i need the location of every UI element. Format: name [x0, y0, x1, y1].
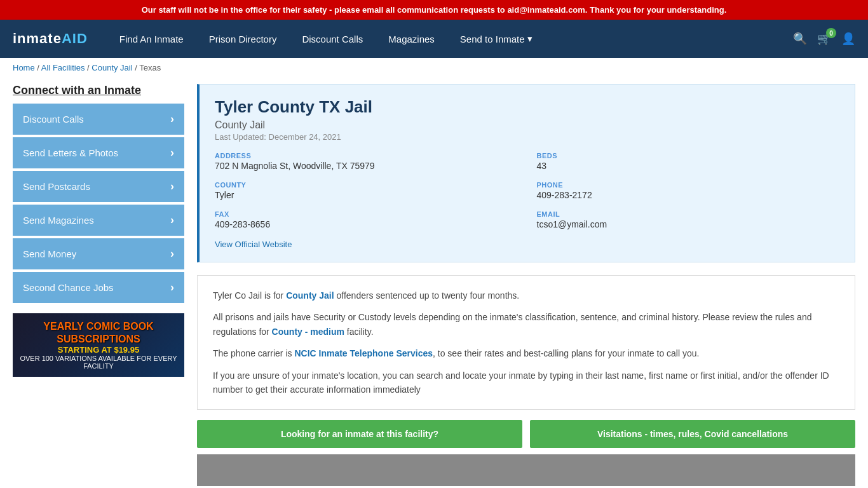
county-label: COUNTY: [215, 181, 518, 189]
desc-para-4: If you are unsure of your inmate's locat…: [213, 369, 839, 397]
phone-value: 409-283-2172: [537, 190, 840, 200]
visitation-btn[interactable]: Visitations - times, rules, Covid cancel…: [530, 420, 855, 448]
sidebar-send-letters[interactable]: Send Letters & Photos ›: [13, 137, 184, 168]
user-icon: 👤: [841, 32, 855, 46]
bottom-image-strip: [197, 454, 855, 486]
nav-magazines[interactable]: Magazines: [376, 20, 447, 58]
sidebar-ad[interactable]: YEARLY COMIC BOOKSUBSCRIPTIONS STARTING …: [13, 313, 184, 377]
chevron-right-icon: ›: [170, 214, 174, 227]
fax-value: 409-283-8656: [215, 219, 518, 229]
email-block: EMAIL tcso1@ymail.com: [537, 210, 840, 229]
sidebar: Connect with an Inmate Discount Calls › …: [13, 84, 184, 486]
chevron-right-icon: ›: [170, 247, 174, 261]
chevron-right-icon: ›: [170, 146, 174, 159]
chevron-right-icon: ›: [170, 180, 174, 193]
phone-label: PHONE: [537, 181, 840, 189]
alert-banner: Our staff will not be in the office for …: [0, 0, 868, 20]
find-inmate-btn[interactable]: Looking for an inmate at this facility?: [197, 420, 522, 448]
sidebar-ad-subtitle: OVER 100 VARIATIONS AVAILABLE FOR EVERY …: [13, 355, 184, 370]
sidebar-send-magazines[interactable]: Send Magazines ›: [13, 205, 184, 236]
header-icons: 🔍 🛒 0 👤: [793, 32, 855, 46]
cart-badge: 0: [826, 28, 836, 38]
sidebar-send-money-label: Send Money: [23, 248, 76, 259]
sidebar-second-chance-label: Second Chance Jobs: [23, 282, 114, 293]
desc-para-1: Tyler Co Jail is for County Jail offende…: [213, 288, 839, 302]
county-block: COUNTY Tyler: [215, 181, 518, 200]
email-value: tcso1@ymail.com: [537, 219, 840, 229]
desc-para-2: All prisons and jails have Security or C…: [213, 310, 839, 339]
chevron-right-icon: ›: [170, 112, 174, 126]
sidebar-second-chance[interactable]: Second Chance Jobs ›: [13, 272, 184, 303]
sidebar-discount-calls-label: Discount Calls: [23, 114, 84, 125]
action-buttons: Looking for an inmate at this facility? …: [197, 420, 855, 448]
main-layout: Connect with an Inmate Discount Calls › …: [0, 78, 868, 488]
header: inmateAID Find An Inmate Prison Director…: [0, 20, 868, 58]
beds-label: BEDS: [537, 152, 840, 159]
fax-block: FAX 409-283-8656: [215, 210, 518, 229]
nav-find-inmate[interactable]: Find An Inmate: [107, 20, 196, 58]
nav-prison-directory[interactable]: Prison Directory: [196, 20, 290, 58]
beds-value: 43: [537, 161, 840, 171]
beds-block: BEDS 43: [537, 152, 840, 171]
email-label: EMAIL: [537, 210, 840, 218]
nav-discount-calls[interactable]: Discount Calls: [289, 20, 376, 58]
sidebar-title: Connect with an Inmate: [13, 84, 184, 97]
sidebar-discount-calls[interactable]: Discount Calls ›: [13, 104, 184, 135]
cart-button[interactable]: 🛒 0: [817, 32, 831, 46]
phone-block: PHONE 409-283-2172: [537, 181, 840, 200]
breadcrumb-county-jail[interactable]: County Jail: [92, 63, 132, 72]
search-icon: 🔍: [793, 32, 807, 46]
sidebar-send-postcards-label: Send Postcards: [23, 181, 90, 192]
sidebar-ad-title: YEARLY COMIC BOOKSUBSCRIPTIONS: [43, 320, 153, 344]
fax-label: FAX: [215, 210, 518, 218]
sidebar-send-magazines-label: Send Magazines: [23, 215, 94, 226]
sidebar-send-postcards[interactable]: Send Postcards ›: [13, 171, 184, 202]
nav-send-to-inmate[interactable]: Send to Inmate ▾: [447, 20, 545, 58]
official-website-link[interactable]: View Official Website: [215, 240, 292, 249]
ncic-link[interactable]: NCIC Inmate Telephone Services: [294, 348, 433, 358]
facility-updated: Last Updated: December 24, 2021: [215, 132, 839, 142]
logo[interactable]: inmateAID: [13, 30, 88, 47]
alert-text: Our staff will not be in the office for …: [142, 5, 727, 15]
content-area: Tyler County TX Jail County Jail Last Up…: [197, 84, 855, 486]
facility-card: Tyler County TX Jail County Jail Last Up…: [197, 84, 855, 262]
nav-send-to-inmate-label: Send to Inmate: [460, 34, 525, 44]
main-nav: Find An Inmate Prison Directory Discount…: [107, 20, 793, 58]
address-value: 702 N Magnolia St, Woodville, TX 75979: [215, 161, 518, 171]
facility-details: ADDRESS 702 N Magnolia St, Woodville, TX…: [215, 152, 839, 229]
sidebar-ad-price: STARTING AT $19.95: [58, 345, 139, 355]
county-medium-link[interactable]: County - medium: [272, 327, 344, 337]
desc-para-3: The phone carrier is NCIC Inmate Telepho…: [213, 346, 839, 360]
description-section: Tyler Co Jail is for County Jail offende…: [197, 275, 855, 410]
user-button[interactable]: 👤: [841, 32, 855, 46]
breadcrumb: Home / All Facilities / County Jail / Te…: [0, 58, 868, 78]
county-jail-link[interactable]: County Jail: [286, 290, 334, 301]
county-value: Tyler: [215, 190, 518, 200]
sidebar-send-letters-label: Send Letters & Photos: [23, 147, 118, 158]
chevron-right-icon: ›: [170, 281, 174, 294]
breadcrumb-all-facilities[interactable]: All Facilities: [41, 63, 85, 72]
breadcrumb-texas: Texas: [139, 63, 161, 72]
sidebar-send-money[interactable]: Send Money ›: [13, 238, 184, 269]
dropdown-arrow-icon: ▾: [527, 33, 532, 44]
address-block: ADDRESS 702 N Magnolia St, Woodville, TX…: [215, 152, 518, 171]
facility-type: County Jail: [215, 119, 839, 131]
logo-text: inmateAID: [13, 30, 88, 47]
facility-title: Tyler County TX Jail: [215, 97, 839, 117]
address-label: ADDRESS: [215, 152, 518, 159]
search-button[interactable]: 🔍: [793, 32, 807, 46]
breadcrumb-home[interactable]: Home: [13, 63, 35, 72]
